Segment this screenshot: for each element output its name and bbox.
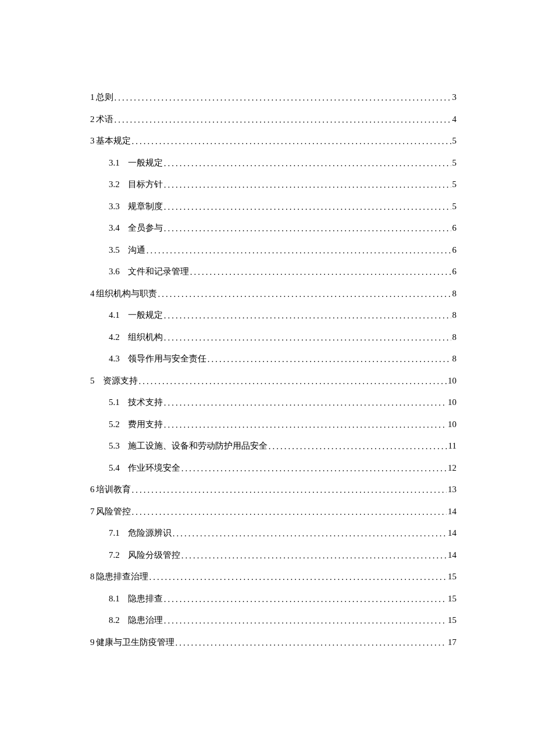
toc-number: 5.1 — [109, 398, 120, 407]
toc-leader-dots — [164, 311, 451, 320]
toc-title: 危险源辨识 — [128, 529, 172, 538]
toc-entry: 7.2风险分级管控14 — [90, 551, 456, 560]
toc-leader-dots — [115, 94, 451, 102]
toc-leader-dots — [208, 355, 451, 364]
toc-title: 文件和记录管理 — [128, 267, 189, 276]
toc-title: 组织机构与职责 — [96, 289, 157, 298]
toc-page-number: 5 — [452, 202, 457, 211]
toc-page-number: 6 — [452, 267, 457, 276]
toc-page-number: 15 — [448, 594, 456, 603]
toc-title: 隐患治理 — [128, 616, 163, 625]
toc-leader-dots — [181, 551, 447, 560]
toc-number: 3 — [90, 137, 95, 145]
toc-title: 技术支持 — [128, 398, 163, 407]
toc-number: 7.1 — [109, 529, 120, 538]
toc-entry: 4组织机构与职责8 — [90, 289, 456, 298]
toc-entry: 7风险管控14 — [90, 507, 456, 516]
toc-leader-dots — [164, 399, 447, 407]
toc-number: 6 — [90, 485, 95, 494]
toc-number: 5.2 — [109, 420, 120, 429]
toc-title: 总则 — [96, 93, 113, 102]
toc-title: 健康与卫生防疫管理 — [96, 638, 174, 647]
toc-title: 一般规定 — [128, 159, 163, 167]
toc-number: 8 — [90, 572, 95, 581]
toc-page-number: 4 — [452, 115, 457, 124]
toc-title: 费用支持 — [128, 420, 163, 429]
toc-leader-dots — [147, 246, 451, 255]
toc-title: 术语 — [96, 115, 113, 124]
toc-page-number: 14 — [448, 529, 456, 538]
toc-page-number: 12 — [448, 464, 456, 472]
toc-page-number: 10 — [448, 398, 456, 407]
toc-page-number: 11 — [448, 442, 456, 450]
toc-title: 基本规定 — [96, 137, 131, 145]
toc-page-number: 13 — [448, 485, 456, 494]
toc-entry: 7.1危险源辨识14 — [90, 529, 456, 538]
toc-leader-dots — [132, 137, 451, 146]
toc-leader-dots — [164, 421, 447, 429]
toc-number: 9 — [90, 638, 95, 647]
toc-number: 5.3 — [109, 442, 120, 450]
toc-title: 一般规定 — [128, 311, 163, 320]
table-of-contents: 1总则32术语43基本规定53.1一般规定53.2目标方针53.3规章制度53.… — [90, 93, 456, 647]
toc-leader-dots — [164, 181, 451, 189]
toc-entry: 5.1技术支持10 — [90, 398, 456, 407]
toc-number: 4 — [90, 289, 95, 298]
toc-number: 7 — [90, 507, 95, 516]
toc-page-number: 6 — [452, 224, 457, 232]
toc-number: 8.2 — [109, 616, 120, 625]
toc-number: 3.2 — [109, 180, 120, 189]
toc-title: 领导作用与安全责任 — [128, 354, 206, 363]
toc-title: 隐患排查治理 — [96, 572, 148, 581]
toc-entry: 8隐患排查治理15 — [90, 572, 456, 581]
toc-entry: 2术语4 — [90, 115, 456, 124]
toc-number: 4.3 — [109, 354, 120, 363]
toc-entry: 4.3领导作用与安全责任8 — [90, 354, 456, 363]
toc-entry: 3.2目标方针5 — [90, 180, 456, 189]
toc-entry: 5.2费用支持10 — [90, 420, 456, 429]
toc-number: 1 — [90, 93, 95, 102]
toc-leader-dots — [164, 617, 447, 625]
toc-number: 2 — [90, 115, 95, 124]
toc-leader-dots — [181, 464, 447, 473]
toc-title: 施工设施、设备和劳动防护用品安全 — [128, 442, 268, 450]
toc-title: 作业环境安全 — [128, 464, 180, 472]
toc-number: 4.1 — [109, 311, 120, 320]
toc-page-number: 14 — [448, 507, 456, 516]
toc-entry: 8.1隐患排查15 — [90, 594, 456, 603]
toc-page-number: 5 — [452, 159, 457, 167]
toc-leader-dots — [164, 159, 451, 168]
toc-page-number: 15 — [448, 572, 456, 581]
toc-entry: 3.6文件和记录管理6 — [90, 267, 456, 276]
toc-leader-dots — [164, 203, 451, 212]
toc-entry: 3基本规定5 — [90, 137, 456, 145]
toc-number: 7.2 — [109, 551, 120, 560]
toc-leader-dots — [190, 268, 451, 277]
toc-entry: 3.4全员参与6 — [90, 224, 456, 232]
toc-leader-dots — [132, 486, 447, 495]
toc-number: 3.1 — [109, 159, 120, 167]
toc-leader-dots — [164, 595, 447, 604]
toc-leader-dots — [139, 377, 447, 386]
toc-title: 组织机构 — [128, 333, 163, 342]
toc-leader-dots — [132, 508, 447, 517]
toc-page-number: 10 — [448, 420, 456, 429]
toc-title: 风险分级管控 — [128, 551, 180, 560]
toc-entry: 5.4作业环境安全12 — [90, 464, 456, 472]
toc-leader-dots — [158, 290, 451, 299]
toc-entry: 3.3规章制度5 — [90, 202, 456, 211]
toc-entry: 9健康与卫生防疫管理17 — [90, 638, 456, 647]
toc-entry: 4.1一般规定8 — [90, 311, 456, 320]
toc-leader-dots — [164, 334, 451, 342]
toc-page-number: 3 — [452, 93, 457, 102]
toc-leader-dots — [173, 529, 447, 538]
toc-title: 隐患排查 — [128, 594, 163, 603]
toc-leader-dots — [269, 442, 447, 451]
toc-page-number: 14 — [448, 551, 456, 560]
toc-entry: 3.1一般规定5 — [90, 159, 456, 167]
toc-leader-dots — [115, 116, 451, 124]
toc-entry: 3.5沟通6 — [90, 246, 456, 255]
toc-leader-dots — [149, 573, 447, 582]
toc-page-number: 15 — [448, 616, 456, 625]
toc-page-number: 8 — [452, 333, 457, 342]
